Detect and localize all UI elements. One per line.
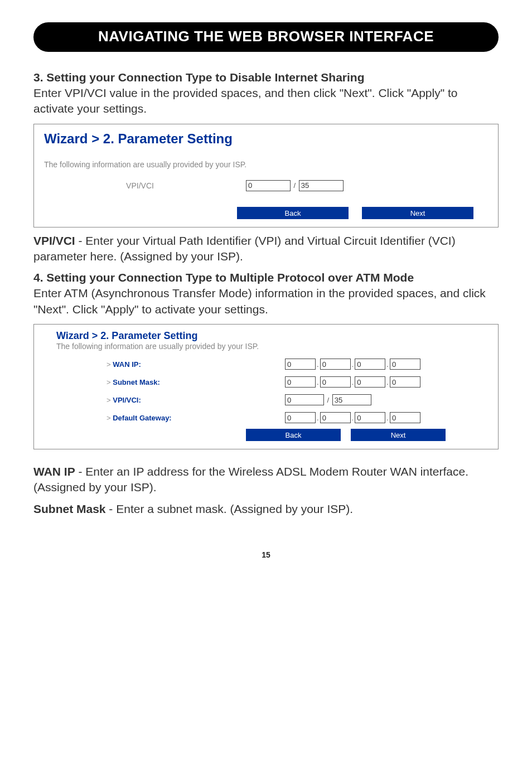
def-wan-ip-label: WAN IP (33, 465, 75, 478)
page-number: 15 (33, 550, 499, 570)
wan-ip-4[interactable] (390, 359, 420, 370)
wan-ip-1[interactable] (285, 359, 316, 370)
gt-icon: > (107, 360, 113, 369)
screenshot-wizard-vpivci: Wizard > 2. Parameter Setting The follow… (33, 124, 499, 227)
vpi-vci-separator: / (291, 181, 299, 190)
subnet-3[interactable] (355, 376, 385, 388)
page-title-banner: NAVIGATING THE WEB BROWSER INTERFACE (33, 22, 499, 52)
subnet-2[interactable] (320, 376, 351, 388)
back-button[interactable]: Back (237, 207, 349, 219)
section4-heading: 4. Setting your Connection Type to Multi… (33, 271, 499, 284)
subnet-4[interactable] (390, 376, 420, 388)
wizard-info-2: The following information are usually pr… (34, 342, 498, 355)
gateway-4[interactable] (390, 412, 420, 423)
gateway-3[interactable] (355, 412, 385, 423)
gt-icon: > (107, 378, 113, 386)
vpi-vci-label: VPI/VCI (34, 181, 246, 190)
section3-body: Enter VPI/VCI value in the provided spac… (33, 85, 499, 117)
wan-ip-2[interactable] (320, 359, 351, 370)
wizard-title: Wizard > 2. Parameter Setting (34, 124, 498, 160)
gt-icon: > (107, 414, 113, 422)
next-button-2[interactable]: Next (351, 429, 446, 441)
banner-text: NAVIGATING THE WEB BROWSER INTERFACE (98, 28, 434, 45)
gateway-1[interactable] (285, 412, 316, 423)
def-wan-ip: WAN IP - Enter an IP address for the Wir… (33, 464, 499, 496)
wizard-title-2: Wizard > 2. Parameter Setting (34, 325, 498, 342)
wan-ip-label: WAN IP: (113, 360, 141, 369)
def-subnet: Subnet Mask - Enter a subnet mask. (Assi… (33, 501, 499, 517)
def-subnet-label: Subnet Mask (33, 502, 106, 515)
vpi-vci-label-2: VPI/VCI: (113, 396, 141, 404)
vpi-input[interactable] (246, 180, 291, 191)
def-vpi-vci-label: VPI/VCI (33, 234, 75, 247)
vpi-input-2[interactable] (285, 394, 324, 405)
wizard-info: The following information are usually pr… (34, 160, 498, 177)
subnet-label: Subnet Mask: (113, 378, 160, 386)
back-button-2[interactable]: Back (246, 429, 341, 441)
wan-ip-3[interactable] (355, 359, 385, 370)
gateway-label: Default Gateway: (113, 414, 171, 422)
screenshot-wizard-atm: Wizard > 2. Parameter Setting The follow… (33, 324, 499, 449)
vpi-vci-separator-2: / (324, 396, 332, 404)
vci-input[interactable] (299, 180, 344, 191)
gateway-2[interactable] (320, 412, 351, 423)
subnet-1[interactable] (285, 376, 316, 388)
vci-input-2[interactable] (332, 394, 371, 405)
def-wan-ip-body: - Enter an IP address for the Wireless A… (33, 465, 468, 493)
gt-icon: > (107, 396, 113, 404)
section4-body: Enter ATM (Asynchronous Transfer Mode) i… (33, 285, 499, 317)
next-button[interactable]: Next (362, 207, 473, 219)
def-subnet-body: - Enter a subnet mask. (Assigned by your… (106, 502, 354, 515)
def-vpi-vci: VPI/VCI - Enter your Virtual Path Identi… (33, 233, 499, 265)
def-vpi-vci-body: - Enter your Virtual Path Identifier (VP… (33, 234, 456, 263)
section3-heading: 3. Setting your Connection Type to Disab… (33, 71, 499, 84)
